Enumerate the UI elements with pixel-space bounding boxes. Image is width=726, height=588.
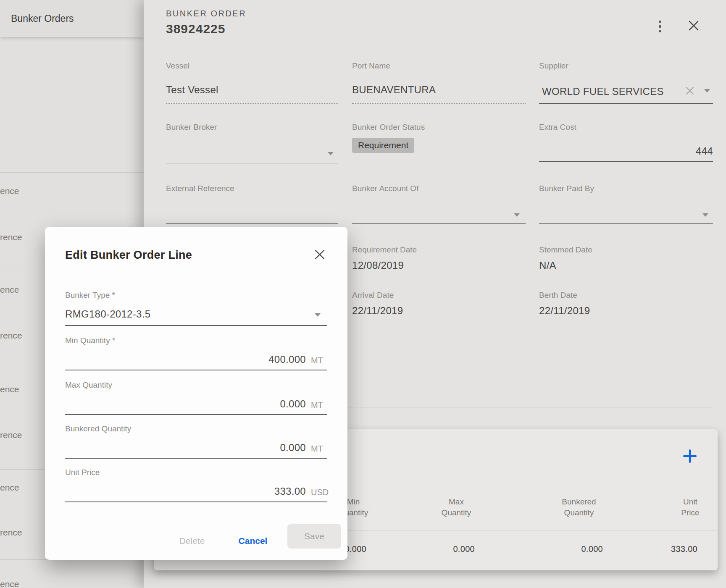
berth-date-label: Berth Date xyxy=(539,291,577,300)
bunker-type-dropdown-icon[interactable] xyxy=(315,313,321,317)
bunkered-quantity-unit: MT xyxy=(311,444,323,454)
order-id: 38924225 xyxy=(166,22,225,36)
bunker-type-select[interactable]: RMG180-2012-3.5 xyxy=(65,308,150,320)
requirement-date-value: 12/08/2019 xyxy=(352,260,404,271)
max-quantity-unit: MT xyxy=(311,400,323,410)
supplier-dropdown-icon[interactable] xyxy=(704,89,710,92)
status-badge: Requirement xyxy=(352,138,414,153)
stemmed-date-value: N/A xyxy=(539,260,556,271)
list-item-text-fragment[interactable]: ence xyxy=(0,384,19,394)
list-item-text-fragment[interactable]: ence xyxy=(0,285,19,295)
port-name-underline xyxy=(352,103,526,104)
more-options-icon[interactable] xyxy=(657,18,663,34)
bunker-paid-by-dropdown-icon[interactable] xyxy=(702,213,708,217)
column-header-max-quantity: Max Quantity xyxy=(423,496,490,518)
max-quantity-underline xyxy=(65,414,327,415)
vessel-value: Test Vessel xyxy=(166,84,218,96)
min-quantity-input[interactable]: 400.000 xyxy=(65,354,306,365)
list-item-text-fragment[interactable]: rence xyxy=(0,331,22,341)
row-max-quantity: 0.000 xyxy=(408,544,475,554)
arrival-date-value: 22/11/2019 xyxy=(352,305,403,317)
unit-price-underline xyxy=(65,501,327,502)
list-item-text-fragment[interactable]: ence xyxy=(0,186,19,196)
stemmed-date-label: Stemmed Date xyxy=(539,245,592,255)
list-item-text-fragment[interactable]: rence xyxy=(0,232,22,242)
requirement-date-label: Requirement Date xyxy=(352,245,417,255)
min-quantity-unit: MT xyxy=(311,356,323,365)
supplier-underline xyxy=(539,103,713,104)
list-divider xyxy=(0,172,144,173)
row-unit-price: 333.00 xyxy=(630,544,697,554)
extra-cost-input[interactable]: 444 xyxy=(539,145,713,157)
bunker-paid-by-underline xyxy=(539,223,713,224)
extra-cost-underline xyxy=(539,161,713,162)
bunker-orders-header: Bunker Orders xyxy=(0,0,144,37)
min-quantity-label: Min Quantity * xyxy=(65,336,115,345)
bunker-type-underline xyxy=(65,325,327,326)
list-item-text-fragment[interactable]: ence xyxy=(0,483,19,493)
berth-date-value: 22/11/2019 xyxy=(539,305,590,317)
max-quantity-input[interactable]: 0.000 xyxy=(65,398,306,410)
list-item-text-fragment[interactable]: ence xyxy=(0,579,19,588)
sheet-title: BUNKER ORDER xyxy=(166,9,246,18)
vessel-label: Vessel xyxy=(166,61,189,71)
bunker-account-of-dropdown-icon[interactable] xyxy=(514,213,520,217)
bunker-broker-dropdown-icon[interactable] xyxy=(328,152,334,155)
cancel-button[interactable]: Cancel xyxy=(226,536,280,546)
unit-price-unit: USD xyxy=(311,488,329,497)
save-button[interactable]: Save xyxy=(287,524,341,549)
bunkered-quantity-label: Bunkered Quantity xyxy=(65,424,131,433)
row-bunkered-quantity: 0.000 xyxy=(536,544,603,554)
port-name-label: Port Name xyxy=(352,61,390,71)
supplier-clear-icon[interactable] xyxy=(685,86,695,97)
max-quantity-label: Max Quantity xyxy=(65,381,112,390)
external-reference-underline xyxy=(166,223,338,224)
column-header-bunkered-quantity: Bunkered Quantity xyxy=(545,496,613,518)
bunkered-quantity-underline xyxy=(65,458,327,459)
bunker-paid-by-label: Bunker Paid By xyxy=(539,184,594,193)
edit-bunker-order-line-dialog: Edit Bunker Order Line Bunker Type * RMG… xyxy=(45,227,347,560)
delete-button[interactable]: Delete xyxy=(165,536,219,546)
add-line-icon[interactable] xyxy=(682,449,697,464)
close-icon[interactable] xyxy=(687,18,701,34)
supplier-input[interactable]: WORLD FUEL SERVICES xyxy=(542,86,664,97)
external-reference-label: External Reference xyxy=(166,184,234,193)
bunker-type-label: Bunker Type * xyxy=(65,291,115,300)
column-header-unit-price: Unit Price xyxy=(657,496,724,518)
arrival-date-label: Arrival Date xyxy=(352,291,394,300)
list-item-text-fragment[interactable]: rence xyxy=(0,528,22,538)
port-name-value: BUENAVENTURA xyxy=(352,84,436,96)
unit-price-input[interactable]: 333.00 xyxy=(65,486,306,497)
list-item-text-fragment[interactable]: rence xyxy=(0,430,22,440)
bunker-account-of-underline xyxy=(352,223,526,224)
supplier-label: Supplier xyxy=(539,61,568,71)
vessel-underline xyxy=(166,103,338,104)
unit-price-label: Unit Price xyxy=(65,468,100,477)
dialog-close-icon[interactable] xyxy=(313,248,326,263)
bunker-account-of-label: Bunker Account Of xyxy=(352,184,418,193)
bunker-order-status-label: Bunker Order Status xyxy=(352,123,425,132)
bunkered-quantity-input[interactable]: 0.000 xyxy=(65,442,306,454)
bunker-broker-underline xyxy=(166,163,338,163)
dialog-title: Edit Bunker Order Line xyxy=(65,249,192,262)
bunker-broker-label: Bunker Broker xyxy=(166,123,217,132)
extra-cost-label: Extra Cost xyxy=(539,123,576,132)
min-quantity-underline xyxy=(65,370,327,370)
page-title: Bunker Orders xyxy=(11,0,74,37)
